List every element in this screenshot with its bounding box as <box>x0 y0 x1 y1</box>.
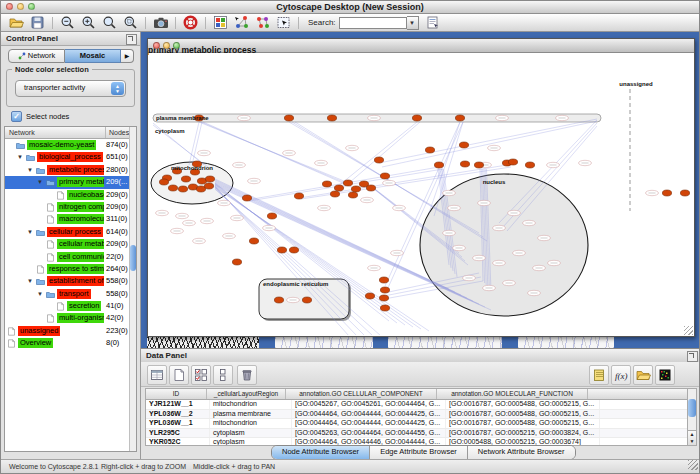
expander-icon[interactable]: ▼ <box>27 278 33 284</box>
expander-icon[interactable]: ▼ <box>37 179 43 185</box>
import-attributes-icon[interactable] <box>633 365 653 385</box>
network-canvas[interactable]: plasma membranecytoplasmmitochondrionnuc… <box>149 53 693 335</box>
gene-node[interactable] <box>351 186 360 192</box>
tree-row[interactable]: ▼transport558(0) <box>5 288 130 300</box>
expander-icon[interactable]: ▼ <box>17 154 23 160</box>
gene-node[interactable] <box>412 115 421 121</box>
network-select-a-icon[interactable] <box>231 15 252 30</box>
help-icon[interactable] <box>180 15 201 30</box>
annotation-notes-icon[interactable] <box>589 365 609 385</box>
gene-node[interactable] <box>232 259 241 265</box>
gene-node[interactable] <box>343 180 352 186</box>
tree-row[interactable]: response to stimulu264(0) <box>5 263 130 275</box>
gene-node[interactable] <box>348 192 357 198</box>
table-column-header[interactable]: _cellularLayoutRegion <box>207 389 286 399</box>
new-attribute-icon[interactable] <box>169 365 189 385</box>
search-dropdown-arrow[interactable]: ▼ <box>407 16 419 30</box>
gene-node[interactable] <box>380 305 389 311</box>
tree-row[interactable]: macromolecule311(0) <box>5 213 130 225</box>
window-minimize-button[interactable] <box>163 42 170 49</box>
table-row[interactable]: YPL036W__2plasma membrane[GO:0044464, GO… <box>146 410 688 420</box>
gene-node[interactable] <box>379 277 388 283</box>
tree-row[interactable]: ▼primary metabolic process209(... <box>5 176 130 188</box>
gene-node[interactable] <box>242 195 251 201</box>
gene-node[interactable] <box>178 186 187 192</box>
gene-node[interactable] <box>474 162 483 168</box>
gene-node[interactable] <box>289 247 298 253</box>
save-icon[interactable] <box>27 15 48 30</box>
gene-node[interactable] <box>168 185 177 191</box>
tree-row[interactable]: cellular metabol209(0) <box>5 238 130 250</box>
select-nodes-checkbox[interactable]: ✓ <box>11 111 22 122</box>
tree-row[interactable]: unassigned223(0) <box>5 325 130 337</box>
window-resize-grip[interactable] <box>684 326 693 335</box>
gene-node[interactable] <box>455 115 464 121</box>
table-row[interactable]: YPL036W__1mitochondrion[GO:0044464, GO:0… <box>146 419 688 429</box>
gene-node[interactable] <box>322 181 331 187</box>
gene-node[interactable] <box>379 295 388 301</box>
gene-node[interactable] <box>380 287 389 293</box>
tree-row[interactable]: cell communicat22(0) <box>5 251 130 263</box>
tab-edge-attribute-browser[interactable]: Edge Attribute Browser <box>370 446 468 459</box>
gene-node[interactable] <box>680 190 689 196</box>
search-settings-icon[interactable] <box>422 15 443 30</box>
gene-node[interactable] <box>302 297 311 303</box>
snapshot-icon[interactable] <box>150 15 171 30</box>
table-scrollbar-thumb[interactable] <box>688 399 696 417</box>
table-scrollbar-arrows[interactable]: ▲▼ <box>688 430 696 445</box>
gene-node[interactable] <box>159 179 168 185</box>
gene-node[interactable] <box>294 193 303 199</box>
gene-node[interactable] <box>525 162 534 168</box>
zoom-in-icon[interactable] <box>78 15 99 30</box>
tree-row[interactable]: ▼cellular process614(0) <box>5 226 130 238</box>
gene-node[interactable] <box>205 176 214 182</box>
zoom-selected-icon[interactable] <box>99 15 120 30</box>
table-mode-icon[interactable] <box>147 365 167 385</box>
table-column-header[interactable]: annotation.GO CELLULAR_COMPONENT <box>286 389 437 399</box>
zoom-fit-icon[interactable] <box>120 15 141 30</box>
attribute-grid-icon[interactable] <box>210 15 231 30</box>
select-region-icon[interactable] <box>273 15 294 30</box>
table-column-header[interactable]: annotation.GO MOLECULAR_FUNCTION <box>437 389 588 399</box>
expander-icon[interactable]: ▼ <box>37 291 43 297</box>
unselect-attributes-icon[interactable] <box>213 365 233 385</box>
zoom-window-button[interactable] <box>28 3 35 10</box>
table-column-header[interactable]: ID <box>146 389 207 399</box>
gene-node[interactable] <box>662 190 671 196</box>
gene-node[interactable] <box>434 162 443 168</box>
gene-node[interactable] <box>508 159 517 165</box>
gene-node[interactable] <box>380 173 389 179</box>
tree-row[interactable]: nitrogen compo209(0) <box>5 201 130 213</box>
window-close-button[interactable] <box>153 42 160 49</box>
float-panel-icon[interactable] <box>687 351 698 362</box>
gene-node[interactable] <box>277 247 286 253</box>
tree-row[interactable]: ▼biological_process651(0) <box>5 151 130 163</box>
gene-node[interactable] <box>181 176 190 182</box>
expander-icon[interactable]: ▼ <box>27 229 33 235</box>
tab-network[interactable]: Network <box>8 49 65 63</box>
network-window-titlebar[interactable]: primary metabolic process <box>148 39 694 53</box>
table-scrollbar[interactable]: ▲▼ <box>687 388 697 446</box>
network-graph[interactable]: plasma membranecytoplasmmitochondrionnuc… <box>149 53 693 335</box>
function-builder-icon[interactable]: f(x) <box>611 365 631 385</box>
delete-attribute-icon[interactable] <box>237 365 257 385</box>
tree-row[interactable]: ▼metabolic process280(0) <box>5 164 130 176</box>
gene-node[interactable] <box>274 297 283 303</box>
expander-icon[interactable]: ▼ <box>27 167 33 173</box>
tree-scrollbar[interactable] <box>129 127 136 451</box>
tree-row[interactable]: mosaic-demo-yeast874(0) <box>5 139 130 151</box>
tree-row[interactable]: Overview8(0) <box>5 337 130 349</box>
tree-row[interactable]: secretion41(0) <box>5 300 130 312</box>
node-color-dropdown[interactable]: transporter activity ▲▼ <box>15 80 126 97</box>
gene-node[interactable] <box>330 191 339 197</box>
gene-node[interactable] <box>374 157 383 163</box>
minimize-button[interactable] <box>17 3 24 10</box>
gene-node[interactable] <box>267 213 276 219</box>
float-panel-icon[interactable] <box>126 34 137 45</box>
gene-node[interactable] <box>334 185 343 191</box>
tab-mosaic[interactable]: Mosaic <box>65 49 121 63</box>
gene-node[interactable] <box>249 238 258 244</box>
tree-row[interactable]: ▼establishment of lo558(0) <box>5 275 130 287</box>
close-button[interactable] <box>6 3 13 10</box>
gene-node[interactable] <box>425 147 434 153</box>
